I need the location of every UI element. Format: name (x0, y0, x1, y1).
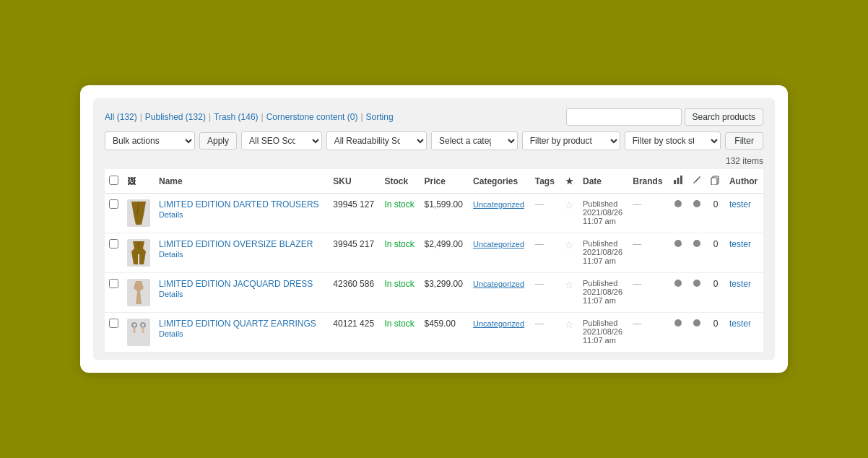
th-date[interactable]: Date (578, 169, 628, 194)
seo-score-filter[interactable]: All SEO Scores (241, 131, 322, 150)
search-area: Search products (566, 108, 763, 126)
row-date-cell: Published2021/08/2611:07 am (578, 194, 628, 233)
filter-published[interactable]: Published (132) (145, 112, 206, 122)
author-link-3[interactable]: tester (729, 279, 751, 289)
brands-value-2: — (633, 239, 641, 249)
readability-dot-4 (693, 319, 700, 327)
product-details-link-1[interactable]: Details (159, 210, 183, 219)
brands-value-4: — (633, 319, 641, 329)
search-products-button[interactable]: Search products (685, 108, 763, 126)
row-price-cell: $2,499.00 (420, 233, 469, 273)
filter-cornerstone[interactable]: Cornerstone content (0) (266, 112, 358, 122)
row-thumbnail-cell (123, 273, 155, 313)
category-filter[interactable]: Select a category (431, 131, 518, 150)
row-name-cell: LIMITED EDITION OVERSIZE BLAZER Details (155, 233, 329, 273)
stock-status-filter[interactable]: Filter by stock status (625, 131, 721, 150)
in-stock-label-1: In stock (384, 199, 414, 209)
svg-rect-7 (134, 327, 136, 333)
item-count: 132 items (105, 156, 763, 166)
th-select-all[interactable] (105, 169, 123, 194)
product-name-link-1[interactable]: LIMITED EDITION DARTED TROUSERS (159, 199, 319, 209)
row-featured-cell: ☆ (560, 313, 578, 353)
row-checkbox-cell (105, 313, 123, 353)
product-name-link-3[interactable]: LIMITED EDITION JACQUARD DRESS (159, 279, 313, 289)
author-link-2[interactable]: tester (729, 239, 751, 249)
row-price-cell: $3,299.00 (420, 273, 469, 313)
seo-dot-2 (674, 240, 682, 247)
readability-filter[interactable]: All Readability Scores (326, 131, 427, 150)
product-details-link-2[interactable]: Details (159, 250, 183, 259)
row-dot2-cell (687, 194, 706, 233)
bulk-actions-select[interactable]: Bulk actions Edit Move to Trash (105, 131, 195, 150)
th-categories[interactable]: Categories (469, 169, 531, 194)
row-dot2-cell (687, 273, 706, 313)
th-col2 (687, 169, 706, 194)
th-tags[interactable]: Tags (531, 169, 560, 194)
row-author-cell: tester (725, 233, 763, 273)
row-checkbox-cell (105, 233, 123, 273)
row-checkbox-3[interactable] (109, 279, 118, 288)
row-categories-cell: Uncategorized (469, 233, 531, 273)
author-link-1[interactable]: tester (729, 199, 751, 209)
row-dot1-cell (668, 233, 687, 273)
brands-value-3: — (633, 279, 641, 289)
tags-value-1: — (535, 199, 544, 209)
product-name-link-4[interactable]: LIMITED EDITION QUARTZ EARRINGS (159, 319, 316, 329)
featured-star-2[interactable]: ☆ (565, 239, 574, 251)
th-name[interactable]: Name (155, 169, 329, 194)
filter-sorting[interactable]: Sorting (366, 112, 394, 122)
row-thumbnail-cell (123, 313, 155, 353)
product-type-filter[interactable]: Filter by product type (522, 131, 620, 150)
row-tags-cell: — (531, 194, 560, 233)
category-link-2[interactable]: Uncategorized (473, 240, 524, 249)
table-header-row: 🖼 Name SKU Stock Price Categories Tags ★… (105, 169, 763, 194)
th-sku[interactable]: SKU (329, 169, 380, 194)
seo-dot-4 (674, 319, 682, 327)
category-link-1[interactable]: Uncategorized (473, 200, 524, 209)
th-col3 (706, 169, 725, 194)
search-input[interactable] (566, 108, 682, 126)
filter-links: All (132) | Published (132) | Trash (146… (105, 112, 394, 122)
table-row: LIMITED EDITION QUARTZ EARRINGS Details … (105, 313, 763, 353)
th-image: 🖼 (123, 169, 155, 194)
th-brands[interactable]: Brands (628, 169, 668, 194)
edit-icon (693, 177, 702, 187)
th-stock[interactable]: Stock (380, 169, 420, 194)
row-tags-cell: — (531, 273, 560, 313)
filter-all[interactable]: All (132) (105, 112, 137, 122)
row-dot1-cell (668, 194, 687, 233)
th-featured[interactable]: ★ (560, 169, 578, 194)
product-details-link-4[interactable]: Details (159, 329, 183, 338)
row-tags-cell: — (531, 233, 560, 273)
row-stock-cell: In stock (380, 233, 420, 273)
product-details-link-3[interactable]: Details (159, 290, 183, 298)
row-checkbox-cell (105, 273, 123, 313)
filter-cornerstone-count: (0) (347, 112, 358, 122)
svg-rect-9 (142, 327, 144, 333)
product-name-link-2[interactable]: LIMITED EDITION OVERSIZE BLAZER (159, 239, 313, 249)
filter-trash[interactable]: Trash (146) (214, 112, 259, 122)
th-price[interactable]: Price (420, 169, 469, 194)
row-sku-cell: 42360 586 (329, 273, 380, 313)
product-thumbnail-2 (127, 239, 150, 267)
apply-button[interactable]: Apply (199, 132, 237, 150)
featured-star-1[interactable]: ☆ (565, 199, 574, 211)
select-all-checkbox[interactable] (109, 176, 118, 185)
row-name-cell: LIMITED EDITION QUARTZ EARRINGS Details (155, 313, 329, 353)
row-categories-cell: Uncategorized (469, 194, 531, 233)
svg-rect-2 (680, 176, 682, 184)
category-link-4[interactable]: Uncategorized (473, 319, 524, 328)
row-checkbox-1[interactable] (109, 199, 118, 209)
featured-star-4[interactable]: ☆ (565, 319, 574, 330)
category-link-3[interactable]: Uncategorized (473, 280, 524, 288)
author-link-4[interactable]: tester (729, 319, 751, 329)
svg-rect-1 (677, 178, 679, 184)
featured-star-3[interactable]: ☆ (565, 279, 574, 290)
row-categories-cell: Uncategorized (469, 313, 531, 353)
filter-button[interactable]: Filter (725, 132, 763, 150)
row-checkbox-2[interactable] (109, 239, 118, 249)
seo-dot-1 (674, 200, 682, 207)
th-author[interactable]: Author (725, 169, 763, 194)
row-checkbox-4[interactable] (109, 319, 118, 328)
row-dot2-cell (687, 313, 706, 353)
